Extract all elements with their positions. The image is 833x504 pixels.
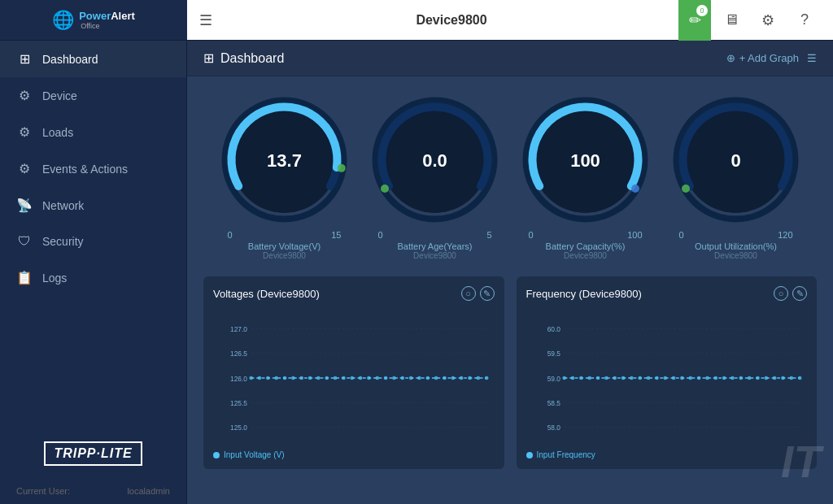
svg-point-90	[756, 376, 760, 380]
sidebar-item-loads[interactable]: ⚙ Loads	[0, 114, 186, 150]
svg-point-29	[266, 376, 270, 380]
settings-button[interactable]: ⚙	[752, 0, 784, 41]
chart-card-0: Voltages (Device9800) ○ ✎ 127.0126.5126.…	[203, 276, 504, 469]
gauge-max-3: 120	[778, 230, 792, 240]
gauge-label-0: Battery Voltage(V)	[248, 241, 321, 251]
gauge-3: 0 0 120 Output Utilization(%) Device9800	[669, 93, 803, 260]
svg-point-72	[604, 376, 608, 380]
device-name: Device9800	[225, 13, 678, 28]
svg-point-47	[417, 376, 421, 380]
svg-point-52	[460, 376, 464, 380]
chart-legend-1: Input Frequency	[526, 450, 808, 459]
svg-point-27	[249, 376, 253, 380]
svg-point-36	[325, 376, 329, 380]
svg-point-70	[587, 376, 591, 380]
gauge-range-1: 0 5	[374, 230, 496, 240]
globe-icon: 🌐	[52, 10, 74, 31]
svg-point-45	[400, 376, 404, 380]
svg-point-37	[334, 376, 338, 380]
network-icon: 📡	[16, 198, 33, 213]
svg-point-94	[789, 376, 793, 380]
page-title: Dashboard	[220, 51, 284, 66]
sidebar-item-label: Logs	[42, 272, 67, 285]
chart-title-0: Voltages (Device9800)	[213, 288, 320, 300]
svg-point-71	[595, 376, 600, 380]
security-icon: 🛡	[16, 234, 33, 249]
svg-text:59.5: 59.5	[547, 350, 560, 358]
device-nav-icon: ⚙	[16, 88, 33, 103]
svg-point-85	[713, 376, 717, 380]
svg-point-50	[443, 376, 447, 380]
chart-edit-button-1[interactable]: ✎	[792, 286, 807, 301]
chart-title-1: Frequency (Device9800)	[526, 288, 642, 300]
gauge-min-2: 0	[529, 230, 534, 240]
svg-point-95	[797, 376, 801, 380]
gauge-2: 100 0 100 Battery Capacity(%) Device9800	[518, 93, 652, 260]
gauges-section: 13.7 0 15 Battery Voltage(V) Device9800 …	[187, 76, 833, 276]
header: 🌐 Power Alert Office ☰ Device9800 ✏ 0 🖥 …	[0, 0, 833, 41]
gauge-wrapper-0: 13.7	[217, 93, 351, 227]
logo-power: Power	[79, 10, 111, 22]
edit-button[interactable]: ✏ 0	[678, 0, 711, 41]
gauge-svg-2: 100	[518, 93, 652, 227]
sidebar-item-logs[interactable]: 📋 Logs	[0, 259, 186, 296]
content-header-right: ⊕ + Add Graph ☰	[726, 52, 817, 64]
header-icons: ✏ 0 🖥 ⚙ ?	[678, 0, 821, 41]
svg-point-91	[764, 376, 768, 380]
svg-text:0.0: 0.0	[422, 150, 447, 171]
current-user: Current User: localadmin	[0, 482, 186, 504]
add-graph-button[interactable]: ⊕ + Add Graph	[726, 52, 799, 64]
svg-text:125.5: 125.5	[230, 399, 247, 407]
svg-point-76	[638, 376, 642, 380]
svg-point-32	[291, 376, 295, 380]
sidebar-item-dashboard[interactable]: ⊞ Dashboard	[0, 41, 186, 77]
sidebar-item-security[interactable]: 🛡 Security	[0, 224, 186, 259]
gauge-range-3: 0 120	[675, 230, 797, 240]
legend-dot-0	[213, 452, 220, 458]
loads-icon: ⚙	[16, 124, 33, 140]
svg-text:100: 100	[570, 150, 600, 171]
chart-area-0: 127.0126.5126.0125.5125.0	[213, 309, 495, 447]
sidebar-item-events[interactable]: ⚙ Events & Actions	[0, 150, 186, 187]
svg-point-28	[258, 376, 262, 380]
sidebar-item-network[interactable]: 📡 Network	[0, 187, 186, 224]
chart-svg-1: 60.059.559.058.558.0	[526, 309, 808, 447]
svg-point-31	[283, 376, 287, 380]
sidebar-item-device[interactable]: ⚙ Device	[0, 77, 186, 114]
chart-header-0: Voltages (Device9800) ○ ✎	[213, 286, 495, 301]
svg-point-51	[451, 376, 455, 380]
menu-dots-icon[interactable]: ☰	[807, 52, 817, 64]
gauge-label-1: Battery Age(Years)	[398, 241, 473, 251]
svg-text:126.5: 126.5	[230, 350, 247, 358]
notification-badge: 0	[696, 5, 708, 16]
chart-settings-button-1[interactable]: ○	[774, 286, 788, 301]
gauge-wrapper-3: 0	[669, 93, 803, 227]
tripp-lite-logo: TRIPP·LITE	[44, 441, 142, 466]
hamburger-icon[interactable]: ☰	[199, 11, 212, 29]
chart-settings-button-0[interactable]: ○	[461, 286, 476, 301]
svg-point-35	[316, 376, 321, 380]
gauge-0: 13.7 0 15 Battery Voltage(V) Device9800	[217, 93, 351, 260]
svg-point-78	[655, 376, 659, 380]
current-user-value: localadmin	[127, 486, 170, 496]
svg-point-55	[485, 376, 489, 380]
gauge-sublabel-0: Device9800	[263, 251, 306, 260]
svg-text:0: 0	[731, 150, 740, 171]
gauge-min-1: 0	[378, 230, 383, 240]
sidebar-item-label: Dashboard	[42, 53, 98, 66]
legend-dot-1	[526, 452, 533, 458]
help-button[interactable]: ?	[788, 0, 821, 41]
watermark: IT	[781, 436, 821, 488]
gauge-range-2: 0 100	[525, 230, 647, 240]
svg-point-75	[630, 376, 634, 380]
sidebar-item-label: Device	[42, 89, 77, 102]
legend-label-0: Input Voltage (V)	[224, 450, 285, 459]
current-user-label: Current User:	[16, 486, 70, 496]
svg-point-73	[613, 376, 617, 380]
main-layout: ⊞ Dashboard ⚙ Device ⚙ Loads ⚙ Events & …	[0, 41, 833, 504]
svg-point-33	[299, 376, 303, 380]
device-button[interactable]: 🖥	[715, 0, 748, 41]
svg-point-89	[747, 376, 751, 380]
chart-edit-button-0[interactable]: ✎	[480, 286, 495, 301]
chart-card-1: Frequency (Device9800) ○ ✎ 60.059.559.05…	[517, 276, 818, 469]
